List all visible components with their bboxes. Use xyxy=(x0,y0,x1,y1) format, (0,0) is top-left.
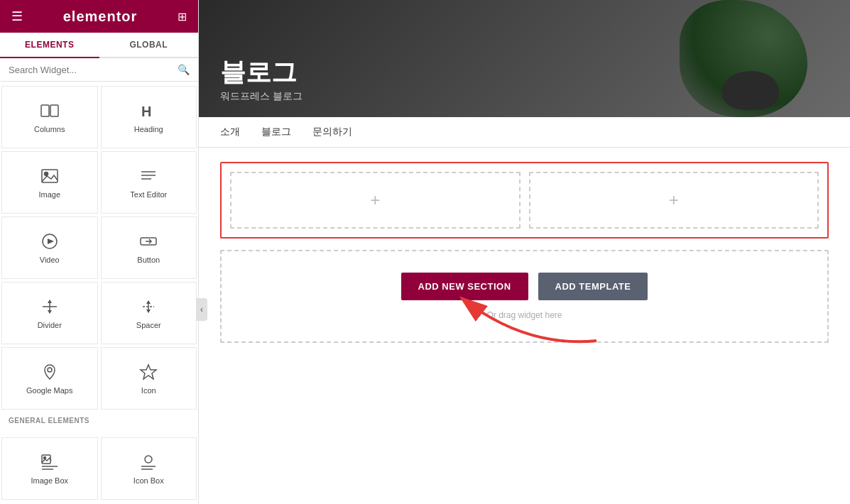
svg-marker-18 xyxy=(146,309,151,313)
image-icon xyxy=(40,166,60,186)
widget-spacer-label: Spacer xyxy=(136,321,161,329)
add-template-button[interactable]: ADD TEMPLATE xyxy=(538,273,648,300)
svg-marker-15 xyxy=(48,310,52,314)
main-content: 블로그 워드프레스 블로그 소개 블로그 문의하기 + + ADD NEW SE… xyxy=(199,0,850,504)
menu-icon[interactable]: ☰ xyxy=(11,9,23,24)
divider-icon xyxy=(40,297,60,317)
widget-heading-label: Heading xyxy=(134,125,163,133)
tab-global[interactable]: GLOBAL xyxy=(99,33,199,57)
widget-image-box[interactable]: Image Box xyxy=(1,437,98,500)
widget-image-label: Image xyxy=(38,190,60,199)
widget-image[interactable]: Image xyxy=(1,151,98,214)
highlighted-section: + + xyxy=(220,162,829,239)
col-1-add[interactable]: + xyxy=(230,172,521,229)
widget-image-box-label: Image Box xyxy=(31,476,68,485)
search-container: 🔍 xyxy=(0,58,198,82)
svg-marker-21 xyxy=(141,365,156,379)
svg-point-20 xyxy=(48,368,52,372)
star-icon xyxy=(138,362,158,382)
columns-icon xyxy=(40,101,60,121)
svg-text:H: H xyxy=(141,104,151,119)
drag-hint: Or drag widget here xyxy=(486,310,562,320)
tab-elements[interactable]: ELEMENTS xyxy=(0,33,99,58)
widget-video-label: Video xyxy=(40,256,60,264)
col-2-plus-icon: + xyxy=(669,190,679,210)
col-2-add[interactable]: + xyxy=(529,172,819,229)
search-icon: 🔍 xyxy=(178,64,190,75)
sidebar-logo: elementor xyxy=(63,9,138,25)
widget-text-editor-label: Text Editor xyxy=(130,190,167,199)
sidebar-header: ☰ elementor ⊞ xyxy=(0,0,198,33)
svg-rect-3 xyxy=(42,170,58,182)
svg-rect-0 xyxy=(41,105,49,116)
widget-divider-label: Divider xyxy=(38,321,62,329)
widget-columns[interactable]: Columns xyxy=(1,86,98,148)
widget-text-editor[interactable]: Text Editor xyxy=(101,151,197,214)
nav-item-contact[interactable]: 문의하기 xyxy=(312,126,352,138)
widget-divider[interactable]: Divider xyxy=(1,282,98,344)
widget-button[interactable]: Button xyxy=(101,217,197,279)
sidebar: ☰ elementor ⊞ ELEMENTS GLOBAL 🔍 Columns xyxy=(0,0,199,504)
widget-button-label: Button xyxy=(137,256,160,264)
widget-google-maps[interactable]: Google Maps xyxy=(1,347,98,410)
hero-section: 블로그 워드프레스 블로그 xyxy=(199,0,850,117)
nav-item-intro[interactable]: 소개 xyxy=(220,126,240,138)
nav-bar: 소개 블로그 문의하기 xyxy=(199,117,850,148)
svg-marker-17 xyxy=(146,300,151,304)
collapse-handle[interactable]: ‹ xyxy=(196,298,207,321)
svg-point-26 xyxy=(145,456,152,463)
widget-icon[interactable]: Icon xyxy=(101,347,197,410)
icon-box-icon xyxy=(138,452,158,472)
widget-icon-box[interactable]: Icon Box xyxy=(101,437,197,500)
text-editor-icon xyxy=(138,166,158,186)
spacer-icon xyxy=(138,297,158,317)
search-input[interactable] xyxy=(9,65,173,75)
button-icon xyxy=(138,231,158,251)
widget-icon-box-label: Icon Box xyxy=(134,476,164,485)
svg-point-23 xyxy=(43,457,45,459)
heading-icon: H xyxy=(138,101,158,121)
video-icon xyxy=(40,231,60,251)
hero-title: 블로그 xyxy=(220,55,303,90)
content-area: + + ADD NEW SECTION ADD TEMPLATE Or drag… xyxy=(199,148,850,368)
add-section-area: ADD NEW SECTION ADD TEMPLATE Or drag wid… xyxy=(220,250,829,343)
general-elements-label: GENERAL ELEMENTS xyxy=(0,411,198,436)
add-new-section-button[interactable]: ADD NEW SECTION xyxy=(401,273,528,300)
widget-spacer[interactable]: Spacer xyxy=(101,282,197,344)
col-1-plus-icon: + xyxy=(370,190,380,210)
hero-text-overlay: 블로그 워드프레스 블로그 xyxy=(220,55,303,103)
widget-columns-label: Columns xyxy=(34,125,65,133)
hero-subtitle: 워드프레스 블로그 xyxy=(220,90,303,103)
widget-heading[interactable]: H Heading xyxy=(101,86,197,148)
grid-icon[interactable]: ⊞ xyxy=(178,10,187,23)
two-col-grid: + + xyxy=(230,172,819,229)
svg-rect-1 xyxy=(50,105,58,116)
add-buttons-row: ADD NEW SECTION ADD TEMPLATE xyxy=(401,273,648,300)
widget-google-maps-label: Google Maps xyxy=(26,386,72,395)
widget-video[interactable]: Video xyxy=(1,217,98,279)
svg-marker-9 xyxy=(48,239,54,244)
nav-item-blog[interactable]: 블로그 xyxy=(261,126,291,138)
pot-decoration xyxy=(722,71,779,110)
image-box-icon xyxy=(40,452,60,472)
svg-rect-22 xyxy=(42,455,50,464)
widget-icon-label: Icon xyxy=(141,386,156,395)
widgets-grid: Columns H Heading Image xyxy=(0,82,198,504)
sidebar-tabs: ELEMENTS GLOBAL xyxy=(0,33,198,58)
google-maps-icon xyxy=(40,362,60,382)
svg-point-4 xyxy=(44,172,48,176)
svg-marker-14 xyxy=(48,300,52,303)
